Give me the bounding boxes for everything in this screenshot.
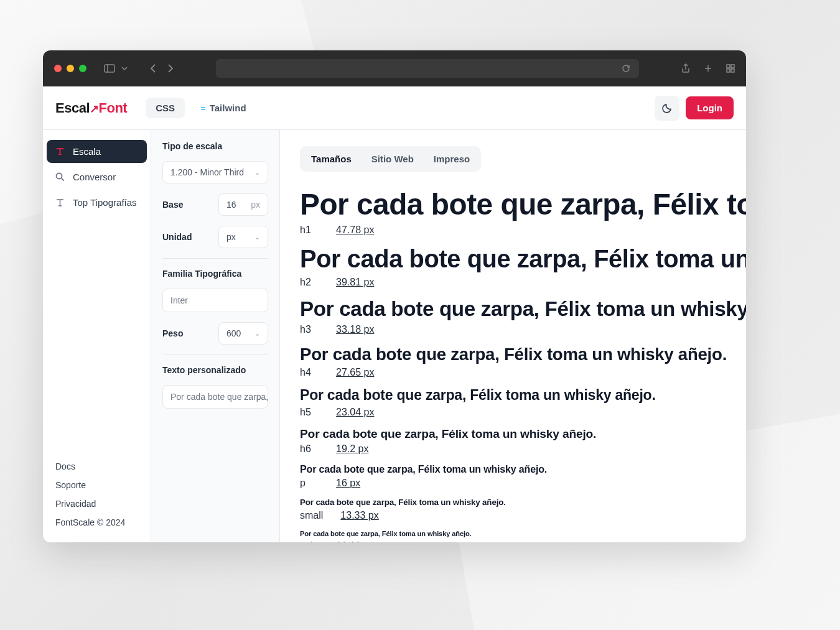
type-icon — [55, 147, 65, 156]
tailwind-icon: ≈ — [201, 103, 206, 113]
scale-size-link[interactable]: 33.18 px — [336, 324, 374, 335]
svg-rect-5 — [731, 69, 734, 72]
logo-text-1: Escal — [55, 100, 90, 116]
weight-select[interactable]: 600 ⌄ — [218, 322, 268, 345]
tab-impreso[interactable]: Impreso — [425, 149, 478, 169]
base-label: Base — [162, 200, 183, 210]
scale-size-link[interactable]: 19.2 px — [336, 443, 368, 455]
preview-area: Tamaños Sitio Web Impreso Por cada bote … — [280, 130, 746, 542]
new-tab-icon[interactable] — [704, 64, 712, 73]
logo[interactable]: Escal↗Font — [55, 100, 127, 116]
login-button[interactable]: Login — [686, 96, 734, 119]
nav-back-icon[interactable] — [150, 63, 156, 73]
svg-rect-3 — [731, 65, 734, 68]
scale-size-link[interactable]: 27.65 px — [336, 367, 374, 378]
sample-text: Por cada bote que zarpa, Félix toma un w… — [300, 498, 746, 507]
scale-tag: h4 — [300, 367, 319, 378]
sidebar-toggle-icon[interactable] — [104, 64, 115, 73]
svg-rect-2 — [727, 65, 730, 68]
scale-row-small: Por cada bote que zarpa, Félix toma un w… — [300, 498, 746, 521]
window-minimize[interactable] — [67, 65, 74, 72]
scale-tag: p — [300, 478, 319, 489]
tab-sitio-web[interactable]: Sitio Web — [363, 149, 422, 169]
scale-tag: small — [300, 510, 323, 521]
scale-meta: h523.04 px — [300, 407, 746, 418]
window-maximize[interactable] — [79, 65, 86, 72]
scale-size-link[interactable]: 13.33 px — [340, 510, 378, 521]
scale-meta: h147.78 px — [300, 225, 746, 236]
browser-titlebar — [43, 50, 746, 86]
unit-label: Unidad — [162, 232, 192, 242]
scale-size-link[interactable]: 39.81 px — [336, 277, 374, 288]
controls-panel: Tipo de escala 1.200 - Minor Third ⌄ Bas… — [151, 130, 280, 542]
sample-text: Por cada bote que zarpa, Félix toma un w… — [300, 344, 746, 364]
chevron-down-icon: ⌄ — [254, 330, 260, 338]
unit-value: px — [226, 232, 236, 242]
scale-list: Por cada bote que zarpa, Félix toma un w… — [300, 187, 746, 542]
code-tab-tailwind[interactable]: ≈ Tailwind — [191, 98, 256, 118]
tabs-overview-icon[interactable] — [726, 64, 735, 73]
weight-label: Peso — [162, 328, 183, 338]
window-close[interactable] — [54, 65, 62, 72]
scale-row-sub: Por cada bote que zarpa, Félix toma un w… — [300, 530, 746, 542]
base-value: 16 — [226, 200, 236, 210]
scale-meta: h427.65 px — [300, 367, 746, 378]
browser-window: Escal↗Font CSS ≈ Tailwind Login Escala — [43, 50, 746, 542]
scale-type-value: 1.200 - Minor Third — [170, 167, 244, 177]
unit-select[interactable]: px ⌄ — [218, 226, 268, 248]
sample-text: Por cada bote que zarpa, Félix toma un w… — [300, 387, 746, 404]
reload-icon[interactable] — [622, 64, 630, 73]
divider — [162, 258, 268, 259]
base-unit: px — [251, 200, 260, 210]
scale-tag: h3 — [300, 324, 319, 335]
scale-row-h6: Por cada bote que zarpa, Félix toma un w… — [300, 427, 746, 455]
code-tab-tailwind-label: Tailwind — [210, 103, 246, 113]
scale-size-link[interactable]: 16 px — [336, 478, 360, 489]
sidebar-item-label: Escala — [73, 146, 101, 157]
svg-rect-0 — [105, 65, 114, 72]
sample-text: Por cada bote que zarpa, Félix toma un w… — [300, 297, 746, 322]
logo-text-2: Font — [99, 100, 128, 116]
tab-tamanos[interactable]: Tamaños — [302, 149, 360, 169]
scale-size-link[interactable]: 11.11 px — [336, 540, 374, 542]
nav-forward-icon[interactable] — [167, 63, 174, 73]
sidebar-item-top-tipografias[interactable]: Top Tipografías — [47, 191, 147, 214]
scale-meta: sub11.11 px — [300, 540, 746, 542]
scale-tag: h6 — [300, 443, 319, 455]
scale-meta: h619.2 px — [300, 443, 746, 455]
custom-text-input[interactable]: Por cada bote que zarpa, — [162, 385, 268, 409]
footer-privacy[interactable]: Privacidad — [55, 499, 138, 509]
scale-row-h5: Por cada bote que zarpa, Félix toma un w… — [300, 387, 746, 418]
scale-type-label: Tipo de escala — [162, 141, 268, 151]
type-icon — [55, 198, 65, 207]
sidebar-item-conversor[interactable]: Conversor — [47, 165, 147, 188]
svg-point-6 — [57, 174, 62, 179]
sample-text: Por cada bote que zarpa, Félix toma un w… — [300, 463, 746, 475]
sidebar-item-label: Top Tipografías — [73, 197, 137, 208]
sample-text: Por cada bote que zarpa, Félix toma un w… — [300, 530, 746, 538]
scale-meta: h333.18 px — [300, 324, 746, 335]
font-family-input[interactable]: Inter — [162, 289, 268, 312]
footer-docs[interactable]: Docs — [55, 461, 138, 471]
moon-icon — [661, 103, 673, 114]
traffic-lights — [54, 65, 86, 72]
url-bar[interactable] — [216, 59, 639, 78]
sample-text: Por cada bote que zarpa, Félix toma un w… — [300, 187, 746, 222]
code-tab-css[interactable]: CSS — [146, 98, 185, 118]
scale-meta: h239.81 px — [300, 277, 746, 288]
preview-tabs: Tamaños Sitio Web Impreso — [300, 146, 481, 172]
scale-row-h2: Por cada bote que zarpa, Félix toma un w… — [300, 244, 746, 288]
chevron-down-icon[interactable] — [121, 67, 128, 70]
footer-support[interactable]: Soporte — [55, 480, 138, 490]
font-family-label: Familia Tipográfica — [162, 269, 268, 279]
scale-type-select[interactable]: 1.200 - Minor Third ⌄ — [162, 161, 268, 183]
base-input[interactable]: 16 px — [218, 193, 268, 216]
share-icon[interactable] — [681, 63, 690, 73]
sidebar-item-escala[interactable]: Escala — [47, 140, 147, 163]
theme-toggle[interactable] — [655, 96, 679, 121]
scale-size-link[interactable]: 23.04 px — [336, 407, 374, 418]
scale-size-link[interactable]: 47.78 px — [336, 225, 374, 236]
app-header: Escal↗Font CSS ≈ Tailwind Login — [43, 86, 746, 130]
scale-row-h4: Por cada bote que zarpa, Félix toma un w… — [300, 344, 746, 378]
search-icon — [55, 172, 65, 182]
